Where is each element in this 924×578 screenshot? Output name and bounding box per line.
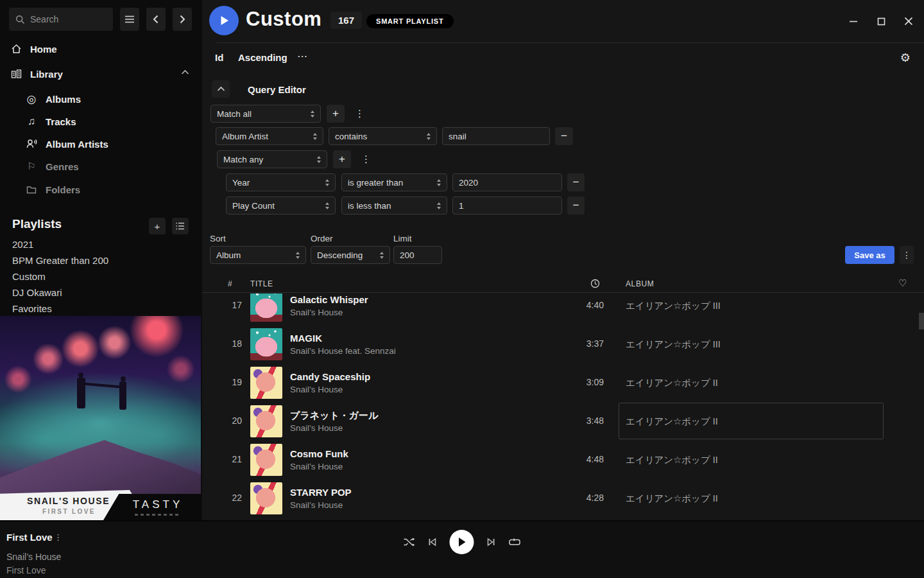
save-options-button[interactable]: ⋮ (900, 246, 914, 264)
order-label: Order (311, 234, 333, 243)
track-album-art (250, 482, 282, 514)
playlist-item[interactable]: Favorites (12, 303, 52, 316)
column-index[interactable]: # (228, 279, 232, 288)
track-album[interactable]: エイリアン☆ポップ II (626, 416, 718, 428)
nested-rule-operator-value: is greater than (348, 178, 403, 188)
nested-rule-value-input[interactable] (452, 197, 562, 215)
track-album[interactable]: エイリアン☆ポップ II (626, 454, 718, 466)
nested-rule-operator-select[interactable]: is greater than (341, 173, 447, 191)
plus-icon: + (339, 153, 345, 166)
table-row[interactable]: 18 MAGIK Snail’s House feat. Sennzai 3:3… (202, 325, 924, 363)
sort-label: Sort (210, 234, 226, 243)
now-playing-album-art[interactable]: SNAIL'S HOUSE FIRST LOVE TASTY (0, 316, 201, 520)
add-nested-rule-button[interactable]: + (333, 150, 351, 168)
nested-rule-operator-select[interactable]: is less than (341, 197, 447, 215)
remove-nested-rule-button[interactable]: − (567, 197, 585, 215)
nested-rule-field-select[interactable]: Play Count (226, 197, 336, 215)
track-album[interactable]: エイリアン☆ポップ III (626, 338, 721, 351)
sidebar-item-label: Tracks (46, 116, 76, 127)
sort-select[interactable]: Album (210, 246, 306, 264)
add-rule-button[interactable]: + (327, 105, 345, 123)
sidebar-item-genres[interactable]: ⚐ Genres (0, 157, 202, 175)
track-list: 17 Galactic Whisper Snail’s House 4:40 エ… (202, 293, 924, 519)
sidebar-item-label: Albums (46, 94, 81, 105)
playlist-item[interactable]: BPM Greater than 200 (12, 255, 108, 268)
track-duration: 3:09 (561, 377, 604, 387)
track-title: Candy Spaceship (290, 371, 370, 383)
group-menu-button[interactable]: ⋮ (355, 108, 364, 119)
nested-match-select[interactable]: Match any (217, 150, 327, 168)
sidebar-item-label: Genres (46, 161, 79, 172)
query-editor-collapse-button[interactable] (212, 80, 230, 98)
rule-operator-select[interactable]: contains (329, 127, 437, 145)
sidebar-item-album-artists[interactable]: Album Artists (0, 135, 202, 153)
add-playlist-button[interactable]: + (149, 218, 166, 234)
now-playing-menu-button[interactable]: ⋮ (54, 532, 62, 542)
favorite-column-heart-icon[interactable]: ♡ (898, 277, 907, 289)
track-number: 21 (227, 454, 242, 464)
sort-direction-button[interactable]: Ascending (238, 52, 287, 63)
gear-icon[interactable]: ⚙ (900, 51, 911, 65)
track-album[interactable]: エイリアン☆ポップ II (626, 493, 718, 505)
playlist-item[interactable]: 2021 (12, 239, 33, 252)
album-art-label: TASTY (133, 498, 184, 511)
track-info: STARRY POP Snail’s House (290, 486, 352, 511)
play-pause-button[interactable] (450, 530, 474, 554)
track-duration: 4:48 (561, 454, 604, 464)
remove-nested-rule-button[interactable]: − (567, 173, 585, 191)
search-box[interactable] (9, 8, 113, 31)
playlist-item[interactable]: DJ Okawari (12, 287, 62, 300)
save-as-button[interactable]: Save as (845, 246, 894, 264)
track-album[interactable]: エイリアン☆ポップ III (626, 300, 721, 312)
shuffle-button[interactable] (404, 537, 415, 547)
page-title: Custom (246, 8, 321, 31)
search-icon (15, 15, 25, 24)
sidebar-item-albums[interactable]: ◎ Albums (0, 90, 202, 108)
table-row[interactable]: 19 Candy Spaceship Snail’s House 3:09 エイ… (202, 363, 924, 402)
search-input[interactable] (30, 14, 101, 24)
nested-rule-field-select[interactable]: Year (226, 173, 336, 191)
table-row[interactable]: 17 Galactic Whisper Snail’s House 4:40 エ… (202, 293, 924, 325)
rule-value-input[interactable] (442, 127, 550, 145)
forward-button[interactable] (173, 8, 192, 31)
column-album[interactable]: ALBUM (626, 279, 654, 288)
root-match-select[interactable]: Match all (210, 105, 321, 123)
order-select[interactable]: Descending (311, 246, 390, 264)
nested-rule-value-input[interactable] (452, 173, 562, 191)
sidebar-item-folders[interactable]: Folders (0, 180, 202, 198)
track-artist: Snail’s House (290, 500, 352, 511)
track-album[interactable]: エイリアン☆ポップ II (626, 377, 718, 389)
playlist-options-button[interactable] (172, 218, 189, 234)
previous-track-button[interactable] (428, 538, 437, 547)
table-row[interactable]: 20 プラネット・ガール Snail’s House 3:48 エイリアン☆ポッ… (202, 402, 924, 441)
root-match-value: Match all (217, 109, 252, 119)
duration-clock-icon[interactable] (590, 279, 600, 288)
rule-field-select[interactable]: Album Artist (216, 127, 323, 145)
menu-button[interactable] (120, 8, 139, 31)
vertical-scrollbar[interactable] (919, 313, 924, 329)
window-close-button[interactable] (903, 15, 914, 27)
playlist-item[interactable]: Custom (12, 271, 46, 284)
column-title[interactable]: TITLE (250, 279, 273, 288)
view-more-button[interactable]: ⋯ (297, 50, 308, 62)
window-minimize-button[interactable] (848, 15, 859, 27)
rule-operator-value: contains (335, 132, 367, 141)
sidebar-item-tracks[interactable]: ♫ Tracks (0, 112, 202, 130)
next-track-button[interactable] (487, 538, 496, 547)
sidebar-item-library[interactable]: Library (0, 65, 202, 83)
play-playlist-button[interactable] (209, 6, 239, 35)
collapse-library-icon[interactable] (181, 69, 189, 75)
repeat-button[interactable] (509, 538, 521, 547)
window-maximize-button[interactable] (875, 15, 887, 27)
hamburger-icon (124, 15, 135, 23)
table-row[interactable]: 22 STARRY POP Snail’s House 4:28 エイリアン☆ポ… (202, 479, 924, 518)
nested-group-menu-button[interactable]: ⋮ (361, 153, 371, 165)
track-title: Galactic Whisper (290, 293, 368, 306)
table-row[interactable]: 21 Cosmo Funk Snail’s House 4:48 エイリアン☆ポ… (202, 441, 924, 479)
back-button[interactable] (146, 8, 166, 31)
limit-input[interactable] (393, 246, 442, 264)
nested-match-value: Match any (223, 155, 263, 164)
sort-field-button[interactable]: Id (215, 52, 223, 63)
remove-rule-button[interactable]: − (555, 127, 573, 145)
sidebar-item-home[interactable]: Home (0, 40, 202, 58)
